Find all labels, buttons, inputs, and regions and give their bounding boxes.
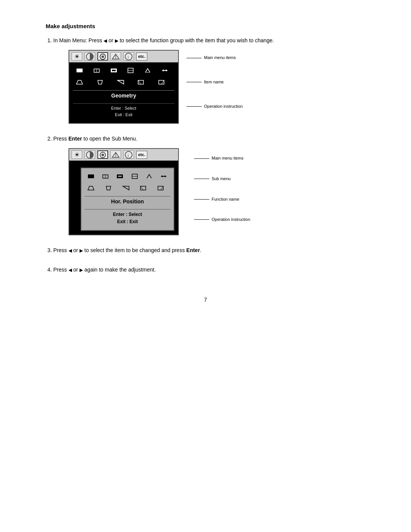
svg-rect-25 — [159, 80, 164, 84]
d2-icon-info: i — [123, 150, 134, 159]
diagram1-topbar: ☀ i etc. — [69, 51, 178, 62]
d2-icon-cell-7 — [84, 183, 97, 193]
diagram2-outer: ☀ i etc. — [68, 148, 179, 235]
svg-marker-43 — [165, 175, 166, 177]
step2-enter-bold: Enter — [68, 136, 82, 142]
svg-marker-17 — [162, 69, 164, 72]
icon-info: i — [123, 52, 134, 61]
diagram1-icon-row1 — [73, 66, 174, 75]
annotation-function-name: Function name — [194, 196, 250, 203]
d2-icon-active — [97, 150, 108, 159]
annotation-main-menu-items-1: Main menu items — [186, 54, 243, 61]
annotation-operation-instruction-2: Operation instruction — [194, 216, 250, 223]
diagram1-wrapper: ☀ i etc. — [68, 50, 365, 124]
svg-line-24 — [138, 80, 141, 84]
page-number: 7 — [46, 297, 365, 303]
svg-rect-8 — [76, 69, 83, 72]
step4-arrow-left — [68, 267, 72, 273]
svg-marker-42 — [161, 175, 162, 177]
svg-line-26 — [161, 80, 164, 84]
icon-cell-4 — [124, 66, 137, 75]
icon-etc: etc. — [136, 53, 147, 61]
d2-icon-cell-3 — [113, 171, 126, 181]
step3-arrow-left — [68, 247, 72, 253]
icon-cell-5 — [141, 66, 154, 75]
svg-marker-18 — [166, 69, 167, 72]
diagram2-wrapper: ☀ i etc. — [68, 148, 365, 235]
step3-text: Press or to select the item to be change… — [53, 247, 201, 253]
d2-icon-cell-1 — [84, 171, 97, 181]
icon-contrast — [84, 52, 95, 61]
d2-icon-etc: etc. — [136, 151, 147, 159]
diagram2-topbar: ☀ i etc. — [69, 149, 178, 161]
svg-point-29 — [101, 153, 104, 156]
step2-text: Press Enter to open the Sub Menu. — [53, 136, 137, 142]
icon-geometry-active — [97, 52, 108, 61]
icon-cell-7 — [73, 77, 86, 87]
d2-icon-cell-4 — [128, 171, 141, 181]
svg-marker-21 — [118, 80, 124, 84]
step4-text: Press or again to make the adjustment. — [53, 267, 156, 273]
icon-cell-8 — [94, 77, 107, 87]
annotation-sub-menu: Sub menu — [194, 176, 250, 182]
diagram2-container: ☀ i etc. — [68, 148, 186, 235]
svg-rect-12 — [112, 70, 116, 71]
d2-icon-cell-2 — [99, 171, 112, 181]
d2-icon-brightness: ☀ — [72, 150, 82, 159]
svg-marker-45 — [106, 186, 111, 190]
icon-cell-6 — [158, 66, 171, 75]
step-2: Press Enter to open the Sub Menu. ☀ — [53, 134, 365, 235]
d2-icon-convergence — [110, 150, 121, 159]
d2-icon-cell-9 — [119, 183, 132, 193]
icon-brightness: ☀ — [72, 52, 82, 61]
icon-cell-3 — [107, 66, 120, 75]
diagram1-annotations: Main menu items Item name Operation inst… — [186, 50, 243, 111]
step1-text: In Main Menu: Press or to select the fun… — [53, 37, 274, 43]
diagram2-function-name: Hor. Position — [84, 196, 170, 206]
svg-line-48 — [140, 186, 143, 190]
d2-icon-cell-11 — [154, 183, 167, 193]
svg-text:i: i — [127, 54, 129, 59]
svg-rect-34 — [88, 174, 94, 178]
step3-arrow-right — [80, 247, 83, 253]
d2-icon-cell-5 — [143, 171, 156, 181]
diagram1-menu: ☀ i etc. — [68, 50, 179, 124]
diagram1-body: Geometry Enter : Select Exit : Exit — [69, 62, 178, 123]
svg-point-2 — [101, 55, 104, 58]
diagram1-item-name: Geometry — [73, 90, 174, 101]
diagram2-icon-row2 — [84, 183, 170, 193]
diagram2-operation: Enter : Select Exit : Exit — [84, 209, 170, 227]
svg-marker-19 — [76, 80, 83, 84]
icon-cell-10 — [134, 77, 147, 87]
d2-icon-cell-6 — [157, 171, 170, 181]
diagram1-operation: Enter : Select Exit : Exit — [73, 103, 174, 120]
step-3: Press or to select the item to be change… — [53, 246, 365, 254]
step-1: In Main Menu: Press or to select the fun… — [53, 36, 365, 124]
svg-rect-38 — [118, 176, 122, 177]
icon-cell-2 — [90, 66, 103, 75]
svg-line-50 — [161, 186, 163, 190]
icon-convergence — [110, 52, 121, 61]
step1-arrow-right — [115, 37, 118, 43]
svg-marker-44 — [88, 186, 94, 190]
svg-rect-49 — [158, 186, 163, 190]
step4-arrow-right — [80, 267, 83, 273]
step1-arrow-left — [104, 37, 107, 43]
step-4: Press or again to make the adjustment. — [53, 265, 365, 274]
diagram1-icon-row2 — [73, 77, 174, 87]
diagram2-submenu: Hor. Position Enter : Select Exit : Exit — [81, 168, 174, 231]
d2-icon-cell-8 — [102, 183, 115, 193]
svg-marker-20 — [98, 80, 102, 84]
step3-enter-bold: Enter — [186, 247, 200, 253]
annotation-main-menu-items-2: Main menu items — [194, 155, 250, 162]
d2-icon-cell-10 — [137, 183, 150, 193]
diagram2-annotations: Main menu items Sub menu Function name O… — [194, 148, 250, 224]
svg-text:i: i — [127, 153, 129, 158]
svg-rect-47 — [140, 186, 146, 190]
section-title: Make adjustments — [46, 23, 365, 29]
icon-cell-9 — [114, 77, 127, 87]
svg-rect-23 — [138, 80, 143, 84]
svg-marker-46 — [123, 186, 129, 190]
d2-icon-contrast — [84, 150, 95, 159]
annotation-operation-instruction-1: Operation instruction — [186, 103, 243, 110]
